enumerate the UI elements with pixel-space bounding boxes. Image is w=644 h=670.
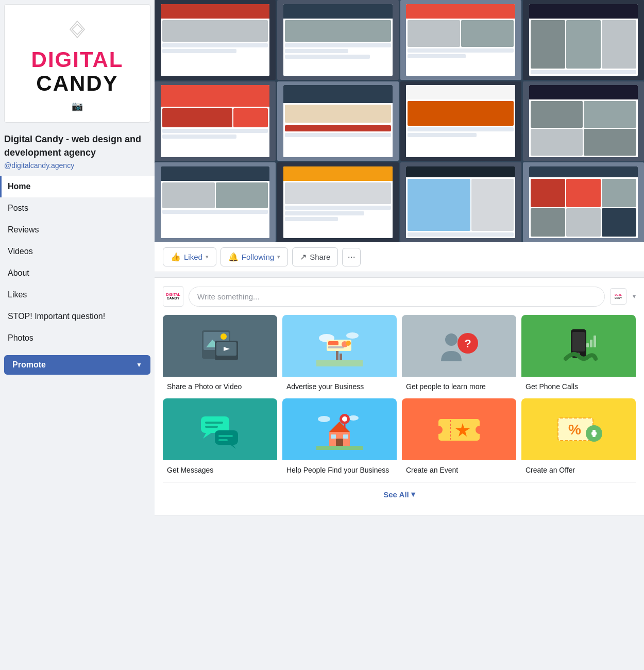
promo-card-label-event: Create an Event (402, 460, 516, 477)
promo-card-img-advertise (282, 315, 397, 377)
svg-rect-36 (215, 430, 238, 445)
promo-card-img-learn: ? (402, 315, 516, 377)
brand-digital: DIGITAL (31, 48, 124, 72)
sidebar-item-posts[interactable]: Posts (0, 197, 155, 219)
post-input-row: DIGITAL CANDY Write something... DGTL CN… (163, 286, 636, 307)
promote-chevron: ▼ (136, 361, 142, 368)
sidebar-item-reviews[interactable]: Reviews (0, 219, 155, 241)
mosaic-tile-6 (277, 81, 398, 161)
liked-button[interactable]: 👍 Liked ▾ (163, 247, 216, 266)
svg-rect-28 (586, 343, 589, 347)
page-handle: @digitalcandy.agency (0, 161, 155, 176)
see-all-link[interactable]: See All ▾ (383, 490, 415, 499)
svg-point-11 (346, 332, 359, 339)
mini-logo-candy: CANDY (167, 296, 180, 300)
promo-card-img-offer: % (521, 398, 636, 460)
sidebar: DIGITAL CANDY 📷 Digital Candy - web desi… (0, 0, 155, 670)
svg-point-42 (348, 415, 359, 421)
following-label: Following (242, 253, 274, 261)
promo-card-img-location (282, 398, 397, 460)
sidebar-item-videos[interactable]: Videos (0, 241, 155, 262)
promo-card-label-advertise: Advertise your Business (282, 377, 397, 393)
post-section: DIGITAL CANDY Write something... DGTL CN… (155, 277, 644, 515)
svg-point-49 (342, 416, 347, 422)
svg-rect-38 (218, 435, 233, 437)
svg-rect-26 (572, 332, 585, 351)
sidebar-item-stop[interactable]: STOP! Important question! (0, 306, 155, 327)
svg-rect-46 (331, 434, 336, 439)
svg-rect-45 (336, 439, 343, 446)
svg-rect-50 (316, 446, 363, 450)
svg-text:%: % (568, 422, 581, 438)
mosaic-tile-11 (400, 162, 521, 242)
promo-card-offer[interactable]: % Create an Offer (521, 398, 636, 477)
main-content: 👍 Liked ▾ 🔔 Following ▾ ↗ Share ··· DIG (155, 0, 644, 670)
see-all-chevron: ▾ (411, 490, 415, 499)
action-bar: 👍 Liked ▾ 🔔 Following ▾ ↗ Share ··· (155, 242, 644, 272)
brand-name: DIGITAL CANDY (31, 48, 124, 95)
bell-icon: 🔔 (228, 252, 239, 262)
liked-chevron: ▾ (206, 254, 209, 260)
cover-photo (155, 0, 644, 242)
promo-card-label-share-photo: Share a Photo or Video (163, 377, 277, 393)
sidebar-item-about[interactable]: About (0, 262, 155, 284)
promo-card-label-messages: Get Messages (163, 460, 277, 477)
mosaic-tile-7 (400, 81, 521, 161)
promo-card-messages[interactable]: Get Messages (163, 398, 277, 477)
svg-rect-47 (343, 434, 348, 439)
svg-rect-16 (328, 346, 344, 348)
mosaic-tile-5 (155, 81, 276, 161)
following-button[interactable]: 🔔 Following ▾ (221, 247, 288, 266)
promote-button[interactable]: Promote ▼ (4, 355, 150, 375)
promo-card-img-share-photo (163, 315, 277, 377)
promo-card-share-photo[interactable]: Share a Photo or Video (163, 315, 277, 393)
camera-icon: 📷 (72, 100, 83, 112)
write-input[interactable]: Write something... (189, 287, 605, 307)
promo-card-learn[interactable]: ? Get people to learn more (402, 315, 516, 393)
cover-mosaic (155, 0, 644, 242)
post-dropdown-arrow[interactable]: ▾ (633, 293, 636, 300)
profile-logo-container: DIGITAL CANDY 📷 (4, 4, 150, 123)
sidebar-item-photos[interactable]: Photos (0, 327, 155, 349)
svg-rect-15 (328, 341, 338, 345)
mini-logo-right-candy: CNDY (615, 296, 622, 299)
diamond-icon (62, 20, 93, 43)
sidebar-item-home[interactable]: Home (0, 176, 155, 197)
promo-card-label-location: Help People Find your Business (282, 460, 397, 477)
promo-card-event[interactable]: Create an Event (402, 398, 516, 477)
liked-label: Liked (184, 253, 202, 261)
share-icon: ↗ (300, 252, 307, 262)
promo-card-img-messages (163, 398, 277, 460)
see-all-row: See All ▾ (163, 482, 636, 507)
page-name: Digital Candy - web design and developme… (0, 127, 155, 161)
svg-point-5 (221, 333, 227, 340)
svg-rect-30 (594, 336, 596, 347)
svg-rect-39 (218, 439, 228, 441)
promo-card-location[interactable]: Help People Find your Business (282, 398, 397, 477)
sidebar-item-likes[interactable]: Likes (0, 284, 155, 306)
promo-card-label-offer: Create an Offer (521, 460, 636, 477)
promo-card-label-learn: Get people to learn more (402, 377, 516, 393)
share-label: Share (310, 253, 330, 261)
share-button[interactable]: ↗ Share (292, 247, 338, 266)
promo-cards-grid: Share a Photo or Video (163, 315, 636, 477)
svg-rect-19 (316, 360, 363, 366)
following-chevron: ▾ (277, 254, 280, 260)
promo-card-label-phone: Get Phone Calls (521, 377, 636, 393)
promote-label: Promote (12, 360, 46, 370)
mosaic-tile-1 (155, 0, 276, 80)
mosaic-tile-3 (400, 0, 521, 80)
brand-candy: CANDY (31, 72, 124, 95)
svg-rect-35 (205, 426, 218, 428)
promo-card-img-phone (521, 315, 636, 377)
promo-card-advertise[interactable]: Advertise your Business (282, 315, 397, 393)
more-button[interactable]: ··· (342, 248, 361, 266)
promo-card-phone[interactable]: Get Phone Calls (521, 315, 636, 393)
svg-point-41 (318, 416, 330, 422)
mosaic-tile-8 (523, 81, 644, 161)
promo-card-img-event (402, 398, 516, 460)
more-label: ··· (348, 252, 355, 262)
mini-logo-left: DIGITAL CANDY (163, 286, 183, 307)
mosaic-tile-9 (155, 162, 276, 242)
mosaic-tile-2 (277, 0, 398, 80)
